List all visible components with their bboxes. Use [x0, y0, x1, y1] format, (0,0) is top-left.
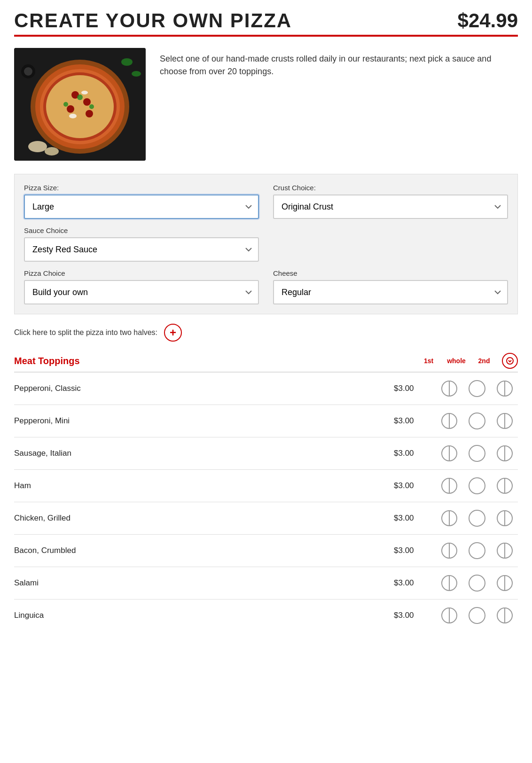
- second-half-circle-icon[interactable]: [496, 542, 513, 559]
- topping-name: Sausage, Italian: [14, 449, 394, 458]
- first-half-circle-icon[interactable]: [441, 575, 458, 592]
- pizza-size-label: Pizza Size:: [24, 184, 259, 192]
- whole-circle-icon[interactable]: [468, 444, 486, 463]
- page-price: $24.99: [458, 9, 518, 32]
- pizza-choice-select[interactable]: Build your own Pepperoni Margherita Vegg…: [24, 280, 259, 304]
- topping-first-half-selector[interactable]: [436, 510, 462, 527]
- topping-first-half-selector[interactable]: [436, 445, 462, 462]
- topping-name: Linguica: [14, 611, 394, 620]
- svg-point-5: [46, 75, 114, 138]
- svg-point-17: [28, 141, 47, 152]
- topping-first-half-selector[interactable]: [436, 575, 462, 592]
- topping-whole-selector[interactable]: [462, 541, 492, 560]
- topping-row: Ham $3.00: [14, 469, 518, 502]
- whole-circle-icon[interactable]: [468, 379, 486, 398]
- topping-second-half-selector[interactable]: [492, 413, 518, 429]
- svg-point-29: [469, 413, 485, 429]
- svg-point-39: [469, 478, 485, 494]
- topping-second-half-selector[interactable]: [492, 607, 518, 624]
- topping-row: Salami $3.00: [14, 567, 518, 599]
- topping-first-half-selector[interactable]: [436, 477, 462, 494]
- first-half-circle-icon[interactable]: [441, 445, 458, 462]
- whole-circle-icon[interactable]: [468, 606, 486, 625]
- svg-point-44: [469, 510, 485, 526]
- topping-whole-selector[interactable]: [462, 574, 492, 592]
- toppings-column-headers: 1st whole 2nd: [415, 353, 518, 369]
- crust-choice-select[interactable]: Original Crust Thin Crust Thick Crust St…: [273, 195, 508, 219]
- second-half-circle-icon[interactable]: [496, 445, 513, 462]
- whole-circle-icon[interactable]: [468, 412, 486, 430]
- split-label: Click here to split the pizza into two h…: [14, 328, 157, 337]
- topping-first-half-selector[interactable]: [436, 542, 462, 559]
- second-half-circle-icon[interactable]: [496, 413, 513, 429]
- topping-whole-selector[interactable]: [462, 509, 492, 528]
- svg-point-9: [86, 110, 93, 117]
- second-half-circle-icon[interactable]: [496, 510, 513, 527]
- topping-first-half-selector[interactable]: [436, 380, 462, 397]
- split-pizza-button[interactable]: +: [164, 324, 182, 342]
- sauce-choice-group: Sauce Choice Zesty Red Sauce Classic Red…: [24, 226, 259, 262]
- topping-first-half-selector[interactable]: [436, 413, 462, 429]
- topping-whole-selector[interactable]: [462, 379, 492, 398]
- topping-selectors: [436, 606, 518, 625]
- form-section: Pizza Size: Large Small Medium Extra Lar…: [14, 174, 518, 314]
- sauce-choice-label: Sauce Choice: [24, 226, 259, 234]
- cheese-group: Cheese Regular Extra None Vegan: [273, 269, 508, 304]
- first-half-circle-icon[interactable]: [441, 413, 458, 429]
- whole-circle-icon[interactable]: [468, 509, 486, 528]
- svg-point-49: [469, 543, 485, 559]
- topping-selectors: [436, 509, 518, 528]
- topping-whole-selector[interactable]: [462, 606, 492, 625]
- topping-first-half-selector[interactable]: [436, 607, 462, 624]
- col-header-whole: whole: [442, 357, 471, 365]
- topping-name: Bacon, Crumbled: [14, 546, 394, 555]
- topping-selectors: [436, 444, 518, 463]
- svg-point-18: [45, 147, 59, 156]
- form-row-3: Pizza Choice Build your own Pepperoni Ma…: [24, 269, 508, 304]
- topping-second-half-selector[interactable]: [492, 510, 518, 527]
- svg-point-19: [121, 58, 133, 66]
- pizza-choice-group: Pizza Choice Build your own Pepperoni Ma…: [24, 269, 259, 304]
- second-half-circle-icon[interactable]: [496, 380, 513, 397]
- crust-choice-group: Crust Choice: Original Crust Thin Crust …: [273, 184, 508, 219]
- topping-price: $3.00: [394, 449, 427, 458]
- topping-name: Pepperoni, Classic: [14, 384, 394, 393]
- second-half-circle-icon[interactable]: [496, 607, 513, 624]
- pizza-size-select[interactable]: Large Small Medium Extra Large: [24, 195, 259, 219]
- topping-second-half-selector[interactable]: [492, 445, 518, 462]
- first-half-circle-icon[interactable]: [441, 510, 458, 527]
- topping-second-half-selector[interactable]: [492, 477, 518, 494]
- topping-price: $3.00: [394, 611, 427, 620]
- first-half-circle-icon[interactable]: [441, 607, 458, 624]
- page-title: CREATE YOUR OWN PIZZA: [14, 9, 292, 32]
- svg-point-16: [24, 67, 32, 76]
- sauce-choice-select[interactable]: Zesty Red Sauce Classic Red Sauce Alfred…: [24, 237, 259, 262]
- topping-second-half-selector[interactable]: [492, 380, 518, 397]
- second-half-circle-icon[interactable]: [496, 477, 513, 494]
- topping-row: Sausage, Italian $3.00: [14, 437, 518, 469]
- whole-circle-icon[interactable]: [468, 476, 486, 495]
- svg-point-10: [77, 94, 83, 100]
- topping-selectors: [436, 541, 518, 560]
- topping-whole-selector[interactable]: [462, 444, 492, 463]
- second-half-circle-icon[interactable]: [496, 575, 513, 592]
- topping-selectors: [436, 476, 518, 495]
- topping-price: $3.00: [394, 416, 427, 426]
- topping-price: $3.00: [394, 481, 427, 490]
- topping-row: Bacon, Crumbled $3.00: [14, 534, 518, 567]
- topping-whole-selector[interactable]: [462, 476, 492, 495]
- collapse-toppings-button[interactable]: [502, 353, 518, 369]
- first-half-circle-icon[interactable]: [441, 477, 458, 494]
- svg-point-34: [469, 445, 485, 461]
- col-header-1st: 1st: [415, 357, 442, 365]
- topping-whole-selector[interactable]: [462, 412, 492, 430]
- whole-circle-icon[interactable]: [468, 541, 486, 560]
- cheese-select[interactable]: Regular Extra None Vegan: [273, 280, 508, 304]
- whole-circle-icon[interactable]: [468, 574, 486, 592]
- form-row-1: Pizza Size: Large Small Medium Extra Lar…: [24, 184, 508, 219]
- first-half-circle-icon[interactable]: [441, 380, 458, 397]
- topping-second-half-selector[interactable]: [492, 542, 518, 559]
- first-half-circle-icon[interactable]: [441, 542, 458, 559]
- pizza-size-group: Pizza Size: Large Small Medium Extra Lar…: [24, 184, 259, 219]
- topping-second-half-selector[interactable]: [492, 575, 518, 592]
